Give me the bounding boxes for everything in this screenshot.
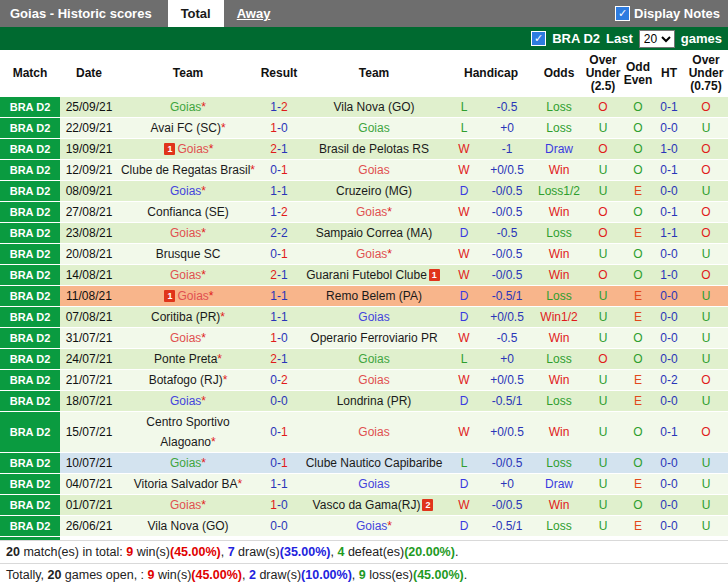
result-letter-cell: W (448, 495, 480, 516)
over-under-25-cell: U (584, 495, 622, 516)
over-under-075-cell: U (684, 118, 728, 139)
ht-cell: 0-2 (654, 370, 684, 391)
last-games-select[interactable]: 20 (639, 30, 675, 48)
score-cell: 1-1 (258, 474, 300, 495)
date-cell: 22/09/21 (60, 118, 118, 139)
score-home: 1 (270, 498, 277, 512)
away-team-cell: Goias (300, 307, 448, 328)
topbar: Goias - Historic scores Total Away ✓ Dis… (0, 0, 728, 27)
ht-cell: 0-0 (654, 474, 684, 495)
ht-cell: 1-0 (654, 265, 684, 286)
date-cell: 10/07/21 (60, 453, 118, 474)
home-team-asterisk: * (201, 331, 206, 345)
home-team-asterisk: * (238, 477, 243, 491)
score-cell: 1-1 (258, 307, 300, 328)
home-team-cell: Vila Nova (GO) (118, 516, 258, 537)
over-under-25-cell: U (584, 160, 622, 181)
table-row: BRA D211/08/211Goias*1-1Remo Belem (PA)D… (0, 286, 728, 307)
tab-away[interactable]: Away (224, 0, 284, 27)
league-badge: BRA D2 (0, 244, 60, 265)
league-badge: BRA D2 (0, 370, 60, 391)
team-name: Operario Ferroviario PR (310, 331, 437, 345)
team-name: Goias (170, 226, 201, 240)
display-notes-label: Display Notes (634, 6, 720, 21)
date-cell: 15/07/21 (60, 412, 118, 453)
odds-cell: Loss (534, 286, 584, 307)
ht-cell: 0-1 (654, 160, 684, 181)
handicap-cell: -1 (480, 139, 534, 160)
odd-even-cell: E (622, 307, 654, 328)
score-away: 2 (281, 373, 288, 387)
handicap-cell: -0.5/1 (480, 516, 534, 537)
team-name: Goias (170, 456, 201, 470)
score-cell: 0-2 (258, 370, 300, 391)
footer-text: draw(s) (256, 568, 301, 582)
score-away: 0 (281, 498, 288, 512)
team-name: Remo Belem (PA) (326, 289, 422, 303)
tab-total[interactable]: Total (168, 0, 224, 27)
table-row: BRA D215/07/21Centro Sportivo Alagoano*0… (0, 412, 728, 453)
score-cell: 2-1 (258, 265, 300, 286)
home-team-cell: Goias* (118, 181, 258, 202)
result-letter-cell: W (448, 139, 480, 160)
result-letter-cell: D (448, 286, 480, 307)
score-cell: 1-2 (258, 202, 300, 223)
team-name: Goias (170, 268, 201, 282)
result-letter-cell: D (448, 474, 480, 495)
home-team-asterisk: * (209, 289, 214, 303)
over-under-25-cell: U (584, 244, 622, 265)
result-letter-cell: W (448, 328, 480, 349)
score-away: 0 (281, 121, 288, 135)
league-checkbox[interactable]: ✓ (531, 31, 546, 46)
over-under-075-cell: O (684, 160, 728, 181)
odds-cell: Loss (534, 118, 584, 139)
table-row: BRA D212/09/21Clube de Regatas Brasil*0-… (0, 160, 728, 181)
handicap-cell: -0/0.5 (480, 495, 534, 516)
team-name: Coritiba (PR) (151, 310, 220, 324)
ht-cell: 0-0 (654, 328, 684, 349)
odd-even-cell: E (622, 370, 654, 391)
team-name: Goias (356, 247, 387, 261)
handicap-cell: +0/0.5 (480, 412, 534, 453)
result-letter-cell: D (448, 516, 480, 537)
team-name: Brusque SC (156, 247, 221, 261)
score-away: 2 (281, 100, 288, 114)
odd-even-cell: O (622, 495, 654, 516)
panel-title: Goias - Historic scores (0, 6, 168, 21)
odd-even-cell: O (622, 118, 654, 139)
score-away: 1 (281, 456, 288, 470)
score-home: 1 (270, 289, 277, 303)
away-team-cell: Goias* (300, 244, 448, 265)
footer-text: (45.00%) (191, 568, 242, 582)
league-filter-bar: ✓ BRA D2 Last 20 games (0, 27, 728, 50)
result-letter-cell: D (448, 391, 480, 412)
home-team-cell: Goias* (118, 97, 258, 118)
display-notes-toggle[interactable]: ✓ Display Notes (615, 0, 728, 27)
red-card-icon: 1 (164, 290, 175, 302)
footer-text: 9 (359, 568, 366, 582)
home-team-cell: Goias* (118, 453, 258, 474)
handicap-cell: +0/0.5 (480, 370, 534, 391)
score-away: 1 (281, 425, 288, 439)
home-team-cell: Clube de Regatas Brasil* (118, 160, 258, 181)
ht-cell: 1-1 (654, 223, 684, 244)
odds-cell: Win (534, 202, 584, 223)
home-team-cell: Coritiba (PR)* (118, 307, 258, 328)
away-team-cell: Clube Nautico Capibaribe (300, 453, 448, 474)
league-badge: BRA D2 (0, 223, 60, 244)
handicap-cell: +0 (480, 118, 534, 139)
odd-even-cell: E (622, 286, 654, 307)
team-name: Goias (356, 205, 387, 219)
handicap-cell: +0 (480, 349, 534, 370)
display-notes-checkbox[interactable]: ✓ (615, 6, 630, 21)
footer-line: Totally, 20 games open, : 9 win(s)(45.00… (0, 564, 728, 583)
footer-text: , (352, 568, 359, 582)
team-name: Goias (358, 352, 389, 366)
team-name: Vitoria Salvador BA (134, 477, 238, 491)
over-under-25-cell: O (584, 265, 622, 286)
away-team-cell: Cruzeiro (MG) (300, 181, 448, 202)
home-team-asterisk: * (250, 163, 255, 177)
home-team-cell: Centro Sportivo Alagoano* (118, 412, 258, 453)
result-letter-cell: W (448, 412, 480, 453)
home-team-cell: Goias* (118, 223, 258, 244)
